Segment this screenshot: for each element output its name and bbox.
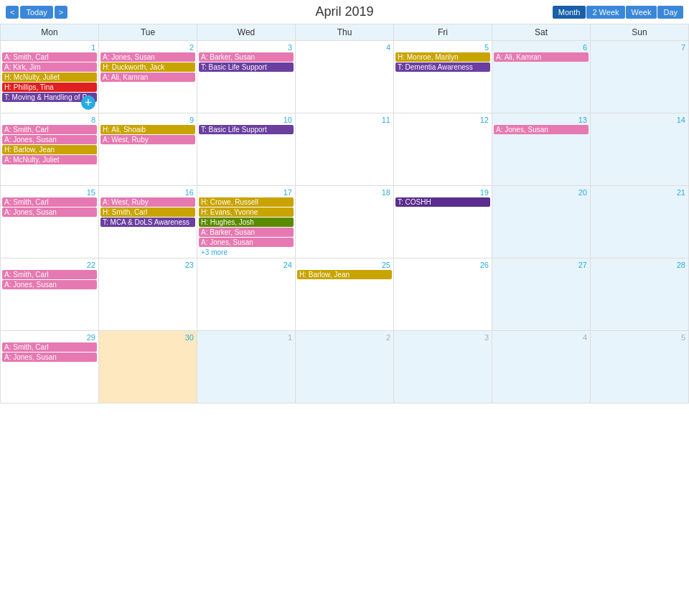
week-5: 29 A: Smith, Carl A: Jones, Susan 30 1 2…	[1, 331, 689, 403]
day-num[interactable]: 1	[2, 42, 97, 52]
header-fri: Fri	[394, 24, 492, 41]
day-apr-10: 10 T: Basic Life Support	[197, 113, 296, 185]
day-num[interactable]: 16	[100, 187, 195, 197]
event[interactable]: H: Monroe, Marilyn	[395, 52, 490, 62]
event[interactable]: A: Smith, Carl	[2, 125, 97, 134]
event[interactable]: H: Evans, Yvonne	[199, 207, 294, 217]
day-num[interactable]: 27	[494, 260, 589, 270]
day-num[interactable]: 7	[592, 42, 687, 52]
nav-buttons: < Today >	[6, 6, 67, 19]
event[interactable]: H: Duckworth, Jack	[100, 62, 195, 72]
event[interactable]: A: Jones, Susan	[494, 125, 589, 134]
calendar-header: < Today > April 2019 Month 2 Week Week D…	[0, 0, 689, 24]
event[interactable]: A: Kirk, Jim	[2, 62, 97, 72]
day-num[interactable]: 24	[199, 260, 294, 270]
event[interactable]: T: Dementia Awareness	[395, 62, 490, 72]
event[interactable]: H: Barlow, Jean	[297, 270, 392, 279]
event[interactable]: A: West, Ruby	[100, 197, 195, 207]
day-num[interactable]: 11	[297, 115, 392, 125]
day-num[interactable]: 20	[494, 187, 589, 197]
event[interactable]: A: West, Ruby	[100, 135, 195, 144]
day-apr-6: 6 A: Ali, Kamran	[492, 41, 591, 113]
event[interactable]: A: Ali, Kamran	[494, 52, 589, 62]
event[interactable]: H: Phillips, Tina	[2, 83, 97, 92]
day-num[interactable]: 4	[494, 332, 589, 342]
day-num[interactable]: 25	[297, 260, 392, 270]
day-num[interactable]: 8	[2, 115, 97, 125]
day-num[interactable]: 18	[297, 187, 392, 197]
event[interactable]: A: McNulty, Juliet	[2, 155, 97, 164]
event[interactable]: A: Jones, Susan	[199, 238, 294, 247]
event[interactable]: H: Smith, Carl	[100, 207, 195, 217]
day-num[interactable]: 3	[395, 332, 490, 342]
day-num[interactable]: 4	[297, 42, 392, 52]
day-apr-26: 26	[394, 258, 492, 330]
day-num[interactable]: 14	[592, 115, 687, 125]
view-day-button[interactable]: Day	[657, 6, 683, 19]
event[interactable]: H: Ali, Shoaib	[100, 125, 195, 134]
prev-button[interactable]: <	[6, 6, 19, 19]
event[interactable]: H: Crowe, Russell	[199, 197, 294, 207]
event[interactable]: A: Jones, Susan	[2, 353, 97, 362]
day-num[interactable]: 5	[592, 332, 687, 342]
event[interactable]: A: Smith, Carl	[2, 197, 97, 207]
day-num[interactable]: 9	[100, 115, 195, 125]
week-4: 22 A: Smith, Carl A: Jones, Susan 23 24 …	[1, 258, 689, 331]
day-apr-16: 16 A: West, Ruby H: Smith, Carl T: MCA &…	[99, 186, 197, 258]
view-month-button[interactable]: Month	[553, 6, 586, 19]
day-num[interactable]: 26	[395, 260, 490, 270]
day-num[interactable]: 2	[100, 42, 195, 52]
event[interactable]: A: Barker, Susan	[199, 52, 294, 62]
event[interactable]: H: Hughes, Josh	[199, 218, 294, 227]
event[interactable]: A: Jones, Susan	[100, 52, 195, 62]
event[interactable]: A: Barker, Susan	[199, 228, 294, 237]
event[interactable]: T: MCA & DoLS Awareness	[100, 218, 195, 227]
next-button[interactable]: >	[55, 6, 67, 19]
day-num[interactable]: 22	[2, 260, 97, 270]
event[interactable]: A: Jones, Susan	[2, 280, 97, 289]
day-num[interactable]: 10	[199, 115, 294, 125]
event[interactable]: T: Basic Life Support	[199, 125, 294, 134]
day-num[interactable]: 17	[199, 187, 294, 197]
header-wed: Wed	[197, 24, 296, 41]
calendar-title: April 2019	[315, 4, 373, 19]
day-num[interactable]: 6	[494, 42, 589, 52]
day-num[interactable]: 19	[395, 187, 490, 197]
day-num[interactable]: 15	[2, 187, 97, 197]
event[interactable]: A: Jones, Susan	[2, 135, 97, 144]
event[interactable]: T: COSHH	[395, 197, 490, 207]
day-num[interactable]: 12	[395, 115, 490, 125]
day-num[interactable]: 21	[592, 187, 687, 197]
event[interactable]: A: Smith, Carl	[2, 270, 97, 279]
day-apr-28: 28	[591, 258, 689, 330]
day-num[interactable]: 1	[199, 332, 294, 342]
week-3: 15 A: Smith, Carl A: Jones, Susan 16 A: …	[1, 186, 689, 258]
header-mon: Mon	[1, 24, 99, 41]
event[interactable]: A: Smith, Carl	[2, 52, 97, 62]
event[interactable]: H: Barlow, Jean	[2, 145, 97, 154]
day-apr-9: 9 H: Ali, Shoaib A: West, Ruby	[99, 113, 197, 185]
view-week-button[interactable]: Week	[626, 6, 657, 19]
event[interactable]: T: Basic Life Support	[199, 62, 294, 72]
day-num[interactable]: 3	[199, 42, 294, 52]
day-apr-25: 25 H: Barlow, Jean	[296, 258, 394, 330]
event[interactable]: A: Smith, Carl	[2, 342, 97, 352]
event[interactable]: A: Ali, Kamran	[100, 73, 195, 82]
more-events-link[interactable]: +3 more	[199, 248, 230, 257]
day-apr-20: 20	[492, 186, 591, 258]
day-num[interactable]: 2	[297, 332, 392, 342]
day-apr-29: 29 A: Smith, Carl A: Jones, Susan	[1, 331, 99, 403]
event[interactable]: A: Jones, Susan	[2, 207, 97, 217]
day-num[interactable]: 28	[592, 260, 687, 270]
day-num[interactable]: 23	[100, 260, 195, 270]
event[interactable]: H: McNulty, Juliet	[2, 73, 97, 82]
view-2week-button[interactable]: 2 Week	[586, 6, 624, 19]
day-num[interactable]: 13	[494, 115, 589, 125]
day-apr-19: 19 T: COSHH	[394, 186, 492, 258]
today-button[interactable]: Today	[20, 6, 52, 19]
day-num[interactable]: 30	[100, 332, 195, 342]
day-num[interactable]: 29	[2, 332, 97, 342]
add-event-button[interactable]: +	[81, 95, 95, 110]
day-num[interactable]: 5	[395, 42, 490, 52]
day-apr-21: 21	[591, 186, 689, 258]
